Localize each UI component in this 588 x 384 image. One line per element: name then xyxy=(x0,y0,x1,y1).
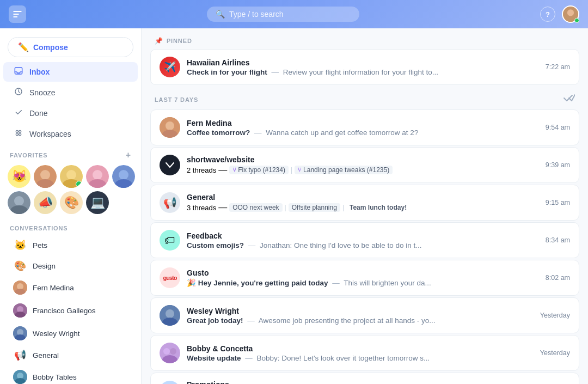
main-layout: ✏️ Compose Inbox Snooze xyxy=(0,28,588,384)
svg-point-7 xyxy=(16,133,18,136)
search-box[interactable]: 🔍 Type / to search xyxy=(207,7,359,22)
email-row-content: Gusto 🎉 Hey Jennie, you're getting paid … xyxy=(187,269,539,287)
design-icon: 🎨 xyxy=(13,260,27,272)
favorite-item-9[interactable]: 💻 xyxy=(86,191,109,214)
favorite-item-3[interactable] xyxy=(60,165,83,188)
email-row[interactable]: Bobby & Concetta Website update — Bobby:… xyxy=(150,335,579,371)
favorite-item-8[interactable]: 🎨 xyxy=(60,191,83,214)
compose-button[interactable]: ✏️ Compose xyxy=(8,37,133,57)
svg-point-39 xyxy=(164,160,175,170)
email-sender: Gusto xyxy=(187,269,539,277)
svg-point-16 xyxy=(93,170,102,180)
sidebar-item-done[interactable]: Done xyxy=(3,103,138,123)
workspaces-icon xyxy=(13,129,24,139)
favorites-grid: 😻 📣 🎨 💻 xyxy=(0,163,141,218)
gusto-avatar: gusto xyxy=(160,267,180,288)
email-sender: General xyxy=(187,193,539,202)
svg-point-45 xyxy=(170,348,176,355)
add-favorite-button[interactable]: + xyxy=(126,151,131,160)
sidebar-item-pets[interactable]: 🐱 Pets xyxy=(3,235,138,255)
thread-tags: 2 threads — ⑂ Fix typo (#1234) | ⑂ Landi… xyxy=(187,165,539,175)
conversations-section-header: CONVERSATIONS xyxy=(0,218,141,235)
email-subject: Great job today! — Awesome job presentin… xyxy=(187,316,534,325)
email-subject: Check in for your flight — Review your f… xyxy=(187,68,539,76)
email-time: Yesterday xyxy=(540,312,570,319)
sidebar-item-workspaces[interactable]: Workspaces xyxy=(3,124,138,144)
fern-medina-avatar xyxy=(13,281,27,295)
sidebar: ✏️ Compose Inbox Snooze xyxy=(0,28,142,384)
app-logo[interactable] xyxy=(9,5,26,23)
svg-point-19 xyxy=(119,170,128,180)
favorite-item-2[interactable] xyxy=(34,165,57,188)
topbar: 🔍 Type / to search ? xyxy=(0,0,588,28)
pinned-section: 📌 PINNED xyxy=(142,28,588,49)
svg-point-8 xyxy=(19,133,21,136)
email-row[interactable]: 🏷 Promotions 12 threads — Loom | xyxy=(150,373,579,384)
pinned-email-list: ✈️ Hawaiian Airlines Check in for your f… xyxy=(142,49,588,85)
sidebar-item-francisco-gallegos[interactable]: Francisco Gallegos xyxy=(3,300,138,321)
email-row[interactable]: gusto Gusto 🎉 Hey Jennie, you're getting… xyxy=(150,260,579,296)
topbar-actions: ? xyxy=(540,5,579,23)
thread-tags: 3 threads — OOO next week | Offsite plan… xyxy=(187,203,539,212)
sidebar-item-bobby-tables[interactable]: Bobby Tables xyxy=(3,366,138,384)
mark-all-read-button[interactable] xyxy=(563,94,575,105)
last7days-label: LAST 7 DAYS xyxy=(155,96,198,103)
email-row[interactable]: shortwave/website 2 threads — ⑂ Fix typo… xyxy=(150,147,579,183)
favorite-item-7[interactable]: 📣 xyxy=(34,191,57,214)
feedback-avatar: 🏷 xyxy=(160,230,180,251)
search-placeholder: Type / to search xyxy=(229,10,284,19)
pin-icon: 📌 xyxy=(155,37,163,45)
done-label: Done xyxy=(29,109,47,118)
favorite-item-4[interactable] xyxy=(86,165,109,188)
fern-medina-email-avatar xyxy=(160,117,180,138)
wesley-wright-label: Wesley Wright xyxy=(33,330,80,338)
email-content: 📌 PINNED ✈️ Hawaiian Airlines Check in f… xyxy=(142,28,588,384)
francisco-gallegos-avatar xyxy=(13,303,27,318)
email-sender: Fern Medina xyxy=(187,119,539,127)
favorite-item-1[interactable]: 😻 xyxy=(8,165,30,188)
conversations-label: CONVERSATIONS xyxy=(10,225,68,231)
promotions-avatar: 🏷 xyxy=(160,381,180,385)
email-row[interactable]: 🏷 Feedback Custom emojis? — Jonathan: On… xyxy=(150,222,579,258)
email-row-content: Promotions 12 threads — Loom | xyxy=(187,380,534,384)
email-row[interactable]: ✈️ Hawaiian Airlines Check in for your f… xyxy=(150,49,579,85)
email-sender: Wesley Wright xyxy=(187,307,534,315)
general-email-avatar: 📢 xyxy=(160,192,180,213)
last7days-section: LAST 7 DAYS xyxy=(142,85,588,109)
favorites-section-header: FAVORITES + xyxy=(0,144,141,163)
hawaiian-airlines-avatar: ✈️ xyxy=(160,57,180,77)
francisco-gallegos-label: Francisco Gallegos xyxy=(33,307,96,315)
design-label: Design xyxy=(33,262,56,270)
email-sender: Promotions xyxy=(187,380,534,384)
favorite-item-6[interactable] xyxy=(8,191,30,214)
email-row[interactable]: 📢 General 3 threads — OOO next week | Of… xyxy=(150,185,579,221)
pinned-label: 📌 PINNED xyxy=(155,37,192,45)
sidebar-item-inbox[interactable]: Inbox xyxy=(3,62,138,82)
sidebar-item-wesley-wright[interactable]: Wesley Wright xyxy=(3,322,138,344)
user-avatar-button[interactable] xyxy=(562,5,579,23)
email-time: 8:02 am xyxy=(546,274,570,282)
email-row-content: Feedback Custom emojis? — Jonathan: One … xyxy=(187,231,539,249)
online-indicator xyxy=(574,18,579,23)
pets-label: Pets xyxy=(33,241,47,249)
sidebar-item-fern-medina[interactable]: Fern Medina xyxy=(3,277,138,298)
email-time: 8:34 am xyxy=(546,236,570,244)
sidebar-item-design[interactable]: 🎨 Design xyxy=(3,256,138,276)
sidebar-item-general[interactable]: 📢 General xyxy=(3,345,138,365)
email-row[interactable]: Fern Medina Coffee tomorrow? — Wanna cat… xyxy=(150,109,579,145)
help-button[interactable]: ? xyxy=(540,7,555,22)
favorite-item-5[interactable] xyxy=(112,165,135,188)
snooze-label: Snooze xyxy=(29,88,55,97)
email-sender: shortwave/website xyxy=(187,155,539,164)
email-row[interactable]: Wesley Wright Great job today! — Awesome… xyxy=(150,297,579,333)
svg-point-22 xyxy=(14,196,24,206)
done-icon xyxy=(13,108,24,119)
pets-icon: 🐱 xyxy=(13,239,27,251)
bobby-tables-avatar xyxy=(13,370,27,384)
workspaces-label: Workspaces xyxy=(29,130,71,138)
email-subject: Coffee tomorrow? — Wanna catch up and ge… xyxy=(187,129,539,137)
email-row-content: shortwave/website 2 threads — ⑂ Fix typo… xyxy=(187,155,539,175)
sidebar-item-snooze[interactable]: Snooze xyxy=(3,83,138,102)
email-row-content: Bobby & Concetta Website update — Bobby:… xyxy=(187,344,534,362)
svg-point-6 xyxy=(19,130,21,132)
